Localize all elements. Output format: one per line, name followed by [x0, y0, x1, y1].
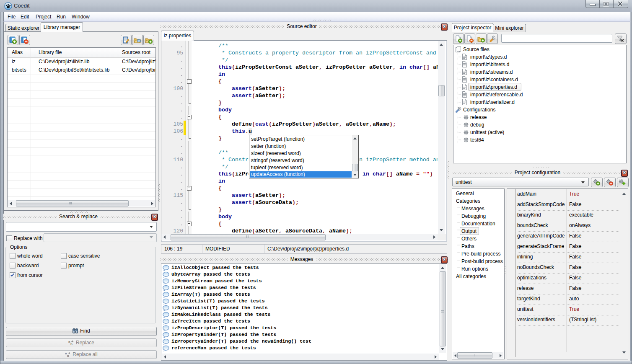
svg-text:b: b — [70, 342, 73, 346]
svg-text:b: b — [67, 354, 69, 357]
